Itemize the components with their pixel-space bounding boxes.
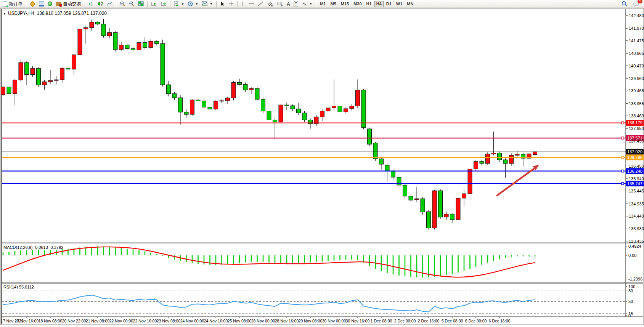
timeframe-button-m5[interactable]: M5 [328, 1, 338, 7]
crosshair-tool-button[interactable] [227, 0, 235, 7]
candle-bear [421, 199, 425, 212]
price-axis-tick: 137.950 [629, 126, 644, 131]
timeframe-button-w1[interactable]: W1 [394, 1, 405, 7]
toolbar-separator [170, 1, 170, 7]
periods-button[interactable]: ▼ [186, 0, 200, 7]
time-axis-label: 28 Nov 16:00 [275, 319, 299, 323]
search-button[interactable] [620, 0, 629, 7]
chart-title-bar: ▼USDJPY-,H4 136.910 137.059 136.871 137.… [3, 11, 107, 16]
svg-text:F: F [281, 4, 283, 7]
trendline-tool-button[interactable] [256, 0, 265, 7]
candle-bull [48, 80, 53, 82]
text-tool-button[interactable]: A [285, 0, 292, 7]
candle-bear [167, 85, 171, 94]
horizontal-line-icon [248, 1, 254, 6]
candle-bear [503, 160, 507, 164]
text-label-tool-button[interactable]: T [292, 0, 300, 7]
candle-bear [427, 212, 431, 228]
line-chart-button[interactable] [105, 0, 114, 7]
candle-bull [19, 63, 23, 80]
hline-handle[interactable] [622, 183, 624, 185]
vertical-line-icon [241, 1, 245, 6]
candle-bear [291, 106, 295, 109]
time-axis-label: 22 Nov 16:00 [133, 319, 157, 323]
candle-bull [231, 82, 236, 98]
candle-bear [172, 94, 177, 98]
timeframe-button-h1[interactable]: H1 [365, 1, 374, 7]
time-axis-label: 5 Dec 08:00 [442, 319, 463, 323]
hline-handle[interactable] [622, 122, 624, 124]
timeframe-button-m1[interactable]: M1 [318, 1, 328, 7]
time-axis-label: 17 Nov 16:00 [15, 319, 39, 323]
terminal-button[interactable] [37, 0, 46, 7]
tile-windows-button[interactable] [137, 0, 145, 7]
candle-bear [338, 106, 342, 112]
candle-bull [356, 90, 360, 106]
hline-handle[interactable] [622, 137, 624, 139]
candle-bull [344, 109, 348, 112]
notifications-button[interactable]: 1 [631, 0, 641, 7]
new-order-icon [3, 1, 7, 6]
timeframe-button-m30[interactable]: M30 [352, 1, 363, 7]
arrows-tool-button[interactable]: ▼ [300, 0, 314, 7]
candle-bear [373, 143, 377, 159]
time-axis-label: 2 Dec 16:00 [418, 319, 440, 323]
symbol-dropdown-icon[interactable]: ▼ [3, 12, 6, 16]
chart-shift-button[interactable] [159, 0, 168, 7]
fibonacci-tool-button[interactable]: F [275, 0, 285, 7]
indicators-button[interactable]: ▼ [172, 0, 186, 7]
candle-bear [385, 165, 389, 171]
time-axis-label: 29 Nov 08:00 [299, 319, 323, 323]
candle-bear [196, 100, 200, 101]
channel-icon: E [267, 1, 273, 7]
auto-scroll-button[interactable] [149, 0, 159, 7]
price-axis-tick: 139.960 [629, 76, 644, 81]
candle-chart-button[interactable] [96, 0, 105, 7]
svg-text:E: E [271, 4, 273, 7]
bar-chart-button[interactable] [87, 0, 96, 7]
price-axis-tick: 134.440 [629, 214, 644, 218]
candle-bear [261, 99, 265, 111]
templates-button[interactable]: ▼ [200, 0, 214, 7]
candle-bull [486, 154, 490, 164]
autotrade-button[interactable]: 自动交易 [54, 0, 83, 7]
candle-bull [415, 199, 419, 200]
candle-bull [320, 111, 324, 117]
timeframe-button-m15[interactable]: M15 [339, 1, 351, 7]
chart-symbol-title: USDJPY-,H4 [8, 11, 34, 16]
candle-bull [31, 69, 35, 75]
candle-bear [297, 109, 301, 113]
vertical-line-tool-button[interactable] [239, 0, 246, 7]
chart-ohlc-values: 136.910 137.059 136.871 137.020 [37, 11, 107, 16]
price-axis-tick: 135.940 [629, 176, 644, 181]
search-icon [622, 1, 628, 7]
hline-handle[interactable] [622, 156, 624, 159]
time-axis-label: 24 Nov 00:00 [180, 319, 204, 323]
timeframe-button-mn[interactable]: MN [405, 1, 415, 7]
signals-button[interactable] [46, 0, 54, 7]
new-order-button[interactable]: 新订单 [1, 0, 24, 7]
zoom-out-button[interactable] [127, 0, 136, 7]
hline-handle[interactable] [622, 170, 624, 172]
autotrade-label: 自动交易 [63, 1, 81, 7]
candle-bull [108, 32, 112, 36]
symbols-button[interactable] [28, 0, 37, 7]
cursor-tool-button[interactable] [218, 0, 226, 7]
candle-bear [285, 105, 289, 106]
chart-canvas[interactable]: 138.179137.571137.020136.796136.248135.7… [0, 0, 644, 327]
candle-bull [214, 101, 218, 109]
timeframe-button-h4[interactable]: H4 [374, 1, 384, 7]
horizontal-line-tool-button[interactable] [247, 0, 256, 7]
candle-bull [90, 22, 94, 27]
time-axis-label: 1 Dec 08:00 [371, 319, 392, 323]
toolbar-separator [316, 1, 316, 7]
channel-tool-button[interactable]: E [265, 0, 275, 7]
timeframe-button-d1[interactable]: D1 [384, 1, 393, 7]
candle-bull [462, 194, 466, 198]
new-order-label: 新订单 [9, 1, 22, 7]
zoom-in-button[interactable] [118, 0, 127, 7]
candle-bull [332, 106, 336, 108]
toolbar-separator [147, 1, 148, 7]
price-line-label: 135.747 [627, 181, 642, 186]
price-axis-tick: 137.455 [629, 139, 644, 143]
